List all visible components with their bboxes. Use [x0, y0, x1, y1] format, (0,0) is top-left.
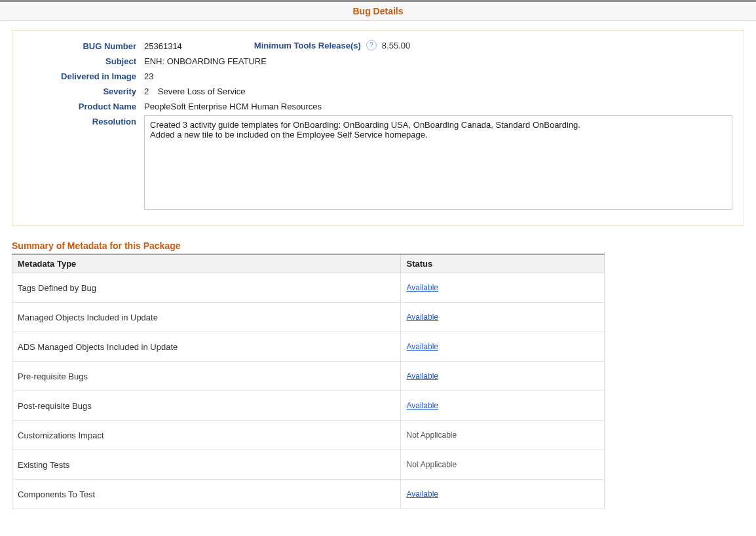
- metadata-status-cell: Available: [401, 332, 605, 362]
- min-tools-group: Minimum Tools Release(s) ? 8.55.00: [254, 40, 410, 50]
- table-row: Pre-requisite BugsAvailable: [12, 362, 605, 391]
- status-link[interactable]: Available: [406, 489, 438, 499]
- severity-text: Severe Loss of Service: [158, 86, 246, 96]
- table-row: ADS Managed Objects Included in UpdateAv…: [12, 332, 605, 362]
- metadata-status-cell: Available: [401, 273, 605, 303]
- table-row: Existing TestsNot Applicable: [12, 450, 605, 480]
- label-product: Product Name: [22, 100, 144, 111]
- metadata-type-cell: Pre-requisite Bugs: [12, 362, 401, 391]
- bug-details-box: BUG Number 25361314 Minimum Tools Releas…: [12, 30, 744, 226]
- row-delivered: Delivered in Image 23: [22, 70, 734, 81]
- row-severity: Severity 2 Severe Loss of Service: [22, 85, 734, 96]
- title-bar: Bug Details: [0, 0, 756, 21]
- summary-heading: Summary of Metadata for this Package: [12, 240, 744, 251]
- table-row: Tags Defined by BugAvailable: [12, 273, 605, 303]
- metadata-type-cell: ADS Managed Objects Included in Update: [12, 332, 401, 362]
- table-header-row: Metadata Type Status: [12, 254, 605, 273]
- metadata-type-cell: Tags Defined by Bug: [12, 273, 401, 303]
- label-resolution: Resolution: [22, 115, 144, 126]
- resolution-textarea[interactable]: Created 3 activity guide templates for O…: [144, 115, 732, 210]
- metadata-table: Metadata Type Status Tags Defined by Bug…: [12, 254, 605, 509]
- value-subject: ENH: ONBOARDING FEATURE: [144, 55, 267, 66]
- table-row: Components To TestAvailable: [12, 480, 605, 509]
- metadata-status-cell: Available: [401, 480, 605, 509]
- row-product: Product Name PeopleSoft Enterprise HCM H…: [22, 100, 734, 111]
- metadata-status-cell: Available: [401, 303, 605, 332]
- metadata-type-cell: Components To Test: [12, 480, 401, 509]
- label-subject: Subject: [22, 55, 144, 66]
- value-min-tools: 8.55.00: [382, 41, 410, 50]
- label-min-tools: Minimum Tools Release(s): [254, 41, 361, 50]
- metadata-status-cell: Not Applicable: [401, 450, 605, 480]
- row-resolution: Resolution Created 3 activity guide temp…: [22, 115, 734, 210]
- page-title: Bug Details: [352, 6, 403, 16]
- label-delivered: Delivered in Image: [22, 70, 144, 81]
- label-severity: Severity: [22, 85, 144, 96]
- row-subject: Subject ENH: ONBOARDING FEATURE: [22, 55, 734, 66]
- metadata-status-cell: Not Applicable: [401, 421, 605, 450]
- table-row: Managed Objects Included in UpdateAvaila…: [12, 303, 605, 332]
- value-product: PeopleSoft Enterprise HCM Human Resource…: [144, 100, 322, 111]
- value-delivered: 23: [144, 70, 153, 81]
- help-icon[interactable]: ?: [366, 40, 377, 50]
- metadata-status-cell: Available: [401, 362, 605, 391]
- table-row: Customizations ImpactNot Applicable: [12, 421, 605, 450]
- status-link[interactable]: Available: [406, 313, 438, 322]
- metadata-type-cell: Managed Objects Included in Update: [12, 303, 401, 332]
- content-area: BUG Number 25361314 Minimum Tools Releas…: [0, 21, 756, 522]
- row-bug-number: BUG Number 25361314 Minimum Tools Releas…: [22, 40, 734, 51]
- metadata-type-cell: Post-requisite Bugs: [12, 391, 401, 421]
- metadata-type-cell: Customizations Impact: [12, 421, 401, 450]
- status-link[interactable]: Available: [406, 401, 438, 410]
- label-bug-number: BUG Number: [22, 40, 144, 51]
- col-header-type: Metadata Type: [12, 254, 401, 273]
- table-row: Post-requisite BugsAvailable: [12, 391, 605, 421]
- metadata-status-cell: Available: [401, 391, 605, 421]
- value-bug-number: 25361314: [144, 40, 182, 51]
- metadata-type-cell: Existing Tests: [12, 450, 401, 480]
- value-severity: 2 Severe Loss of Service: [144, 85, 246, 96]
- status-link[interactable]: Available: [406, 372, 438, 381]
- severity-code: 2: [144, 86, 149, 96]
- col-header-status: Status: [401, 254, 605, 273]
- status-link[interactable]: Available: [406, 342, 438, 351]
- status-link[interactable]: Available: [406, 283, 438, 292]
